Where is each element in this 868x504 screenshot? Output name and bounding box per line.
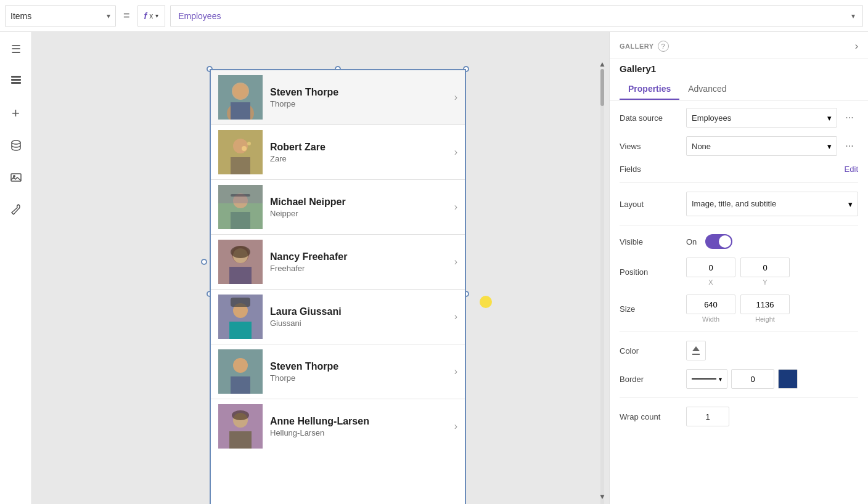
size-row: Size Width Height (620, 295, 858, 323)
gallery-widget[interactable]: ✏ (210, 69, 466, 504)
border-color-swatch[interactable] (778, 369, 798, 389)
size-height-input[interactable] (740, 295, 790, 314)
item-subtitle: Thorpe (270, 99, 449, 108)
views-more-button[interactable]: ··· (841, 137, 858, 155)
position-x-input[interactable] (686, 258, 735, 277)
database-icon[interactable] (6, 136, 26, 155)
border-line-preview (692, 378, 716, 380)
svg-rect-29 (231, 298, 250, 307)
item-avatar (218, 240, 263, 284)
gallery-item[interactable]: Steven Thorpe Thorpe › (211, 70, 465, 125)
tab-properties[interactable]: Properties (620, 79, 679, 100)
chevron-right-icon: › (454, 201, 457, 213)
panel-expand-button[interactable]: › (855, 41, 858, 52)
fx-label: f (144, 11, 147, 21)
scrollbar-track[interactable] (600, 69, 604, 504)
fields-edit-link[interactable]: Edit (845, 165, 858, 174)
fields-row: Fields Edit (620, 165, 858, 174)
item-subtitle: Giussani (270, 319, 449, 328)
border-style-dropdown[interactable]: ▾ (686, 369, 727, 389)
panel-tabs: Properties Advanced (610, 74, 868, 100)
equals-sign: = (123, 9, 130, 22)
wrap-count-input[interactable] (686, 407, 729, 426)
item-avatar (218, 349, 263, 394)
color-picker-button[interactable] (686, 341, 706, 360)
gallery-item[interactable]: Robert Zare Zare › (211, 125, 465, 180)
handle-mid-left[interactable] (201, 259, 207, 265)
fields-label: Fields (620, 165, 681, 174)
divider (620, 397, 858, 398)
item-text: Robert Zare Zare (270, 142, 449, 163)
position-x-label: X (708, 278, 713, 286)
item-text: Anne Hellung-Larsen Hellung-Larsen (270, 416, 449, 437)
chevron-right-icon: › (454, 147, 457, 158)
top-bar: Items ▾ = f x ▾ Employees ▾ (0, 0, 868, 32)
data-source-dropdown[interactable]: Employees ▾ (686, 108, 837, 128)
formula-dropdown-arrow: ▾ (851, 12, 855, 20)
data-source-row: Data source Employees ▾ ··· (620, 108, 858, 128)
item-name: Robert Zare (270, 142, 449, 153)
svg-rect-2 (11, 76, 21, 78)
svg-point-3 (12, 140, 20, 144)
item-name: Nancy Freehafer (270, 251, 449, 262)
layout-value: Image, title, and subtitle (692, 199, 776, 209)
visible-toggle[interactable] (705, 234, 732, 249)
scroll-up-icon[interactable]: ▲ (599, 60, 606, 68)
border-width-input[interactable] (731, 369, 774, 389)
item-text: Michael Neipper Neipper (270, 197, 449, 218)
hamburger-menu-icon[interactable]: ☰ (6, 39, 26, 59)
svg-point-9 (233, 84, 248, 99)
tools-icon[interactable] (6, 200, 26, 219)
views-dropdown[interactable]: None ▾ (686, 136, 837, 156)
canvas-area[interactable]: ✏ (32, 32, 609, 504)
item-avatar (218, 185, 263, 229)
views-row: Views None ▾ ··· (620, 136, 858, 156)
size-xy-group: Width Height (686, 295, 858, 323)
wrap-count-label: Wrap count (620, 412, 681, 421)
items-dropdown[interactable]: Items ▾ (5, 5, 116, 27)
scrollbar-thumb[interactable] (600, 69, 604, 106)
layers-icon[interactable] (6, 71, 26, 91)
position-y-input[interactable] (740, 258, 790, 277)
fx-button[interactable]: f x ▾ (137, 5, 166, 27)
wrap-count-control (686, 407, 858, 426)
item-subtitle: Zare (270, 154, 449, 163)
data-source-value: Employees (692, 113, 731, 123)
scroll-down-icon[interactable]: ▼ (599, 492, 606, 501)
visible-control: On (686, 234, 858, 249)
gallery-item[interactable]: Anne Hellung-Larsen Hellung-Larsen › (211, 399, 465, 453)
svg-point-36 (232, 410, 249, 420)
toggle-knob (719, 235, 731, 248)
size-width-input[interactable] (686, 295, 735, 314)
gallery-item[interactable]: Steven Thorpe Thorpe › (211, 344, 465, 399)
media-icon[interactable] (6, 168, 26, 187)
gallery-item[interactable]: Laura Giussani Giussani › (211, 290, 465, 344)
position-y-item: Y (740, 258, 790, 286)
gallery-item[interactable]: Michael Neipper Neipper › (211, 180, 465, 235)
position-row: Position X Y (620, 258, 858, 286)
help-icon[interactable]: ? (658, 41, 669, 52)
data-source-arrow: ▾ (827, 113, 832, 123)
fx-x-label: x (149, 12, 153, 20)
layout-dropdown[interactable]: Image, title, and subtitle ▾ (686, 192, 858, 216)
panel-header: GALLERY ? › (610, 32, 868, 59)
color-row: Color (620, 341, 858, 360)
svg-rect-19 (231, 212, 250, 229)
svg-rect-10 (231, 102, 250, 120)
item-avatar (218, 75, 263, 120)
data-source-more-button[interactable]: ··· (841, 109, 858, 126)
position-y-label: Y (763, 278, 767, 286)
svg-rect-4 (11, 174, 21, 181)
left-sidebar: ☰ + (0, 32, 32, 504)
add-icon[interactable]: + (6, 104, 26, 123)
item-subtitle: Freehafer (270, 264, 449, 273)
gallery-item[interactable]: Nancy Freehafer Freehafer › (211, 235, 465, 290)
chevron-right-icon: › (454, 311, 457, 322)
layout-row: Layout Image, title, and subtitle ▾ (620, 192, 858, 216)
gallery-name: Gallery1 (610, 59, 868, 74)
formula-bar[interactable]: Employees ▾ (170, 5, 863, 27)
item-text: Laura Giussani Giussani (270, 306, 449, 328)
formula-value: Employees (178, 11, 221, 21)
tab-advanced[interactable]: Advanced (679, 79, 735, 100)
svg-point-25 (231, 246, 250, 258)
